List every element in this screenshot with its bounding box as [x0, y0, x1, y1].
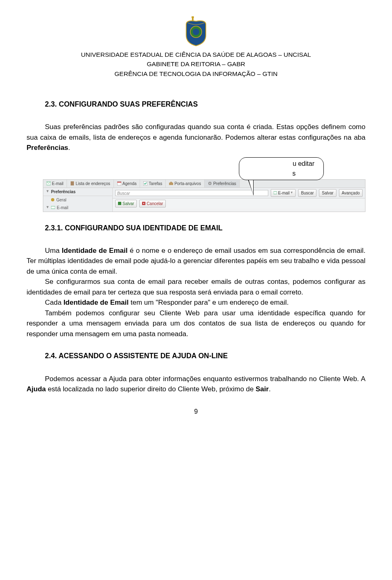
page-number: 9 — [27, 407, 365, 417]
svg-rect-7 — [117, 182, 121, 183]
cancel-button[interactable]: Cancelar — [139, 200, 166, 207]
app-tabbar: E-mail Lista de endereços Agenda Tarefas… — [43, 180, 365, 188]
briefcase-icon — [169, 181, 173, 185]
header-line-1: UNIVERSIDADE ESTADUAL DE CIÊNCIA DA SAÚD… — [27, 50, 365, 59]
collapse-icon: ▼ — [46, 205, 49, 210]
mail-small-icon — [51, 205, 55, 210]
save-button[interactable]: Salvar — [319, 189, 336, 197]
callout-line-2: s — [239, 169, 323, 178]
close-icon — [142, 202, 145, 205]
p-text: Uma — [45, 247, 62, 254]
btn-label: Buscar — [301, 190, 314, 196]
action-bar: Salvar Cancelar — [113, 199, 365, 209]
p-bold: Sair — [256, 385, 269, 393]
tab-email[interactable]: E-mail — [43, 180, 67, 187]
svg-rect-5 — [71, 181, 74, 185]
advanced-button[interactable]: Avançado — [339, 189, 363, 197]
sidebar-item-label: Geral — [56, 197, 66, 203]
sidebar-item-geral[interactable]: Geral — [43, 196, 112, 204]
p-text: tem um "Responder para" e um endereço de… — [129, 299, 289, 306]
btn-label: Avançado — [342, 190, 360, 196]
svg-point-1 — [192, 16, 194, 18]
section-2-3-1-p1: Uma Identidade de Email é o nome e o end… — [27, 245, 365, 277]
tab-label: Lista de endereços — [76, 181, 110, 187]
disk-icon — [118, 202, 121, 205]
crest-logo — [184, 16, 208, 47]
p-bold: Identidade de Email — [63, 299, 129, 306]
tab-address-book[interactable]: Lista de endereços — [67, 180, 114, 187]
p-text: está localizada no lado superior direito… — [46, 385, 256, 393]
tab-label: Agenda — [122, 181, 136, 187]
mail-icon — [47, 181, 51, 185]
mail-icon — [274, 191, 277, 194]
p1-c: . — [68, 144, 70, 152]
gear-icon — [208, 181, 212, 185]
sidebar-title: Preferências — [51, 189, 76, 195]
svg-rect-10 — [170, 182, 172, 183]
gear-small-icon — [51, 198, 55, 202]
tab-label: Tarefas — [149, 181, 162, 187]
tab-preferences[interactable]: Preferências — [205, 180, 240, 187]
section-2-3-1-p3: Cada Identidade de Email tem um "Respond… — [27, 297, 365, 308]
chevron-down-icon: ▾ — [291, 190, 293, 196]
section-2-3-1-p4: Também podemos configurar seu Cliente We… — [27, 308, 365, 339]
p-text: Podemos acessar a Ajuda para obter infor… — [45, 375, 365, 383]
svg-point-12 — [209, 183, 211, 184]
sidebar-item-label: E-mail — [57, 205, 68, 211]
screenshot-region: u editar s E-mail Lista de endereços Age… — [27, 163, 365, 208]
app-screenshot: E-mail Lista de endereços Agenda Tarefas… — [43, 179, 365, 212]
check-icon — [143, 181, 147, 185]
tab-briefcase[interactable]: Porta-arquivos — [166, 180, 205, 187]
header-line-2: GABINETE DA REITORIA – GABR — [27, 59, 365, 69]
p1-a: Suas preferências padrões são configurad… — [27, 123, 365, 141]
tab-label: Preferências — [213, 181, 236, 187]
search-bar: Buscar E-mail ▾ Buscar Salvar Avançado — [113, 188, 365, 199]
p-text: . — [269, 385, 271, 393]
section-2-4-p1: Podemos acessar a Ajuda para obter infor… — [27, 374, 365, 395]
search-input[interactable]: Buscar — [115, 190, 268, 196]
callout-bubble: u editar s — [239, 157, 324, 180]
section-2-3-1-title: 2.3.1. CONFIGURANDO SUA IDENTIDADE DE EM… — [45, 223, 365, 233]
svg-point-13 — [51, 198, 54, 201]
tab-calendar[interactable]: Agenda — [114, 180, 140, 187]
p1-b: Preferências — [27, 144, 68, 152]
section-2-3-1-p2: Se configurarmos sua conta de email para… — [27, 277, 365, 297]
svg-rect-9 — [169, 183, 173, 185]
section-2-4-title: 2.4. ACESSANDO O ASSISTENTE DE AJUDA ON-… — [45, 350, 365, 361]
letterhead: UNIVERSIDADE ESTADUAL DE CIÊNCIA DA SAÚD… — [27, 50, 365, 78]
search-button[interactable]: Buscar — [298, 189, 316, 197]
section-2-3-paragraph: Suas preferências padrões são configurad… — [27, 122, 365, 153]
save-button-2[interactable]: Salvar — [115, 200, 137, 207]
p-text: Cada — [45, 299, 63, 306]
header-line-3: GERÊNCIA DE TECNOLOGIA DA INFORMAÇÃO – G… — [27, 69, 365, 78]
dropdown-label: E-mail — [278, 190, 290, 196]
p-bold: Ajuda — [27, 385, 46, 393]
sidebar-item-email[interactable]: ▼ E-mail — [43, 204, 112, 212]
search-scope-dropdown[interactable]: E-mail ▾ — [271, 189, 296, 197]
btn-label: Salvar — [122, 201, 134, 207]
btn-label: Cancelar — [147, 201, 163, 207]
svg-rect-16 — [118, 202, 121, 205]
sidebar: ▼ Preferências Geral ▼ E-mail — [43, 188, 113, 212]
callout-line-1: u editar — [239, 159, 323, 169]
collapse-icon: ▼ — [46, 189, 49, 194]
btn-label: Salvar — [322, 190, 333, 196]
tab-label: Porta-arquivos — [174, 181, 201, 187]
tab-tasks[interactable]: Tarefas — [140, 180, 166, 187]
p-bold: Identidade de Email — [62, 247, 127, 254]
svg-point-3 — [193, 29, 199, 35]
book-icon — [70, 181, 74, 185]
sidebar-header[interactable]: ▼ Preferências — [43, 188, 112, 196]
calendar-icon — [117, 181, 121, 185]
svg-rect-14 — [51, 206, 55, 209]
section-2-3-title: 2.3. CONFIGURANDO SUAS PREFERÊNCIAS — [45, 99, 365, 109]
main-panel: Buscar E-mail ▾ Buscar Salvar Avançado — [113, 188, 365, 212]
tab-label: E-mail — [52, 181, 63, 187]
svg-rect-15 — [274, 192, 277, 194]
